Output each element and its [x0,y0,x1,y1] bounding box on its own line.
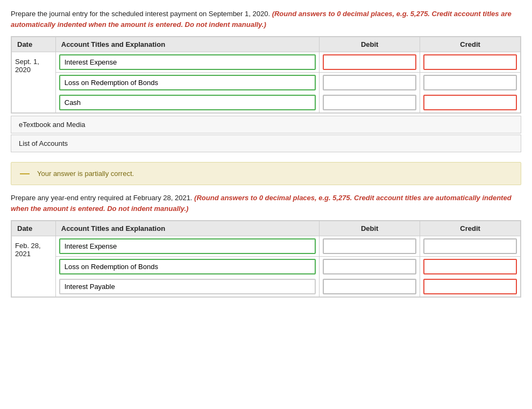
date-label-2: Feb. 28,2021 [15,242,41,258]
journal-table-section-2: Date Account Titles and Explanation Debi… [11,220,521,298]
account-input-1-3[interactable] [59,95,316,110]
date-cell-1: Sept. 1,2020 [12,52,56,113]
header-credit-1: Credit [420,37,521,52]
etextbook-button[interactable]: eTextbook and Media [11,116,521,133]
credit-input-2-2[interactable] [423,259,517,274]
credit-cell-2-3 [420,277,521,297]
debit-cell-1-3 [320,93,420,113]
table-row: Feb. 28,2021 [12,236,521,257]
debit-input-1-2[interactable] [323,75,416,90]
debit-cell-2-2 [320,257,420,277]
date-label-1: Sept. 1,2020 [15,58,39,74]
debit-cell-1-2 [320,73,420,93]
account-input-2-3[interactable] [59,279,316,294]
table-row: Sept. 1,2020 [12,52,521,73]
account-input-1-1[interactable] [59,54,316,70]
table-row [12,73,521,93]
header-account-1: Account Titles and Explanation [55,37,320,52]
debit-input-2-2[interactable] [323,259,416,274]
credit-cell-2-1 [420,236,521,257]
credit-cell-1-1 [420,52,521,73]
journal-table-2: Date Account Titles and Explanation Debi… [11,221,521,297]
credit-input-1-1[interactable] [423,54,517,70]
debit-cell-2-1 [320,236,420,257]
journal-table-1: Date Account Titles and Explanation Debi… [11,37,521,113]
debit-input-1-3[interactable] [323,95,416,110]
journal-table-section-1: Date Account Titles and Explanation Debi… [11,36,521,114]
date-cell-2: Feb. 28,2021 [12,236,56,297]
debit-input-1-1[interactable] [323,54,416,70]
header-account-2: Account Titles and Explanation [55,221,320,236]
list-accounts-button[interactable]: List of Accounts [11,135,521,152]
debit-cell-1-1 [320,52,420,73]
account-input-1-2[interactable] [59,75,316,90]
credit-cell-1-3 [420,93,521,113]
header-debit-1: Debit [320,37,420,52]
credit-input-1-2[interactable] [423,75,517,90]
debit-cell-2-3 [320,277,420,297]
debit-input-2-3[interactable] [323,279,416,294]
dash-icon: — [20,168,30,179]
table-row [12,257,521,277]
account-cell-2-1 [55,236,320,257]
table-header-row-1: Date Account Titles and Explanation Debi… [12,37,521,52]
credit-cell-2-2 [420,257,521,277]
instruction-1-plain: Prepare the journal entry for the schedu… [11,10,272,18]
debit-input-2-1[interactable] [323,238,416,254]
table-header-row-2: Date Account Titles and Explanation Debi… [12,221,521,236]
instruction-2: Prepare any year-end entry required at F… [11,193,521,214]
header-date-1: Date [12,37,56,52]
account-cell-2-2 [55,257,320,277]
credit-input-1-3[interactable] [423,95,517,110]
account-cell-2-3 [55,277,320,297]
account-cell-1-1 [55,52,320,73]
instruction-1: Prepare the journal entry for the schedu… [11,9,521,30]
header-debit-2: Debit [320,221,420,236]
credit-cell-1-2 [420,73,521,93]
credit-input-2-1[interactable] [423,238,517,254]
banner-text: Your answer is partially correct. [37,170,134,178]
table-row [12,93,521,113]
header-date-2: Date [12,221,56,236]
account-cell-1-2 [55,73,320,93]
account-input-2-2[interactable] [59,259,316,274]
account-cell-1-3 [55,93,320,113]
account-input-2-1[interactable] [59,238,316,254]
header-credit-2: Credit [420,221,521,236]
table-row [12,277,521,297]
instruction-2-plain: Prepare any year-end entry required at F… [11,194,194,202]
partial-correct-banner: — Your answer is partially correct. [11,162,521,185]
credit-input-2-3[interactable] [423,279,517,294]
